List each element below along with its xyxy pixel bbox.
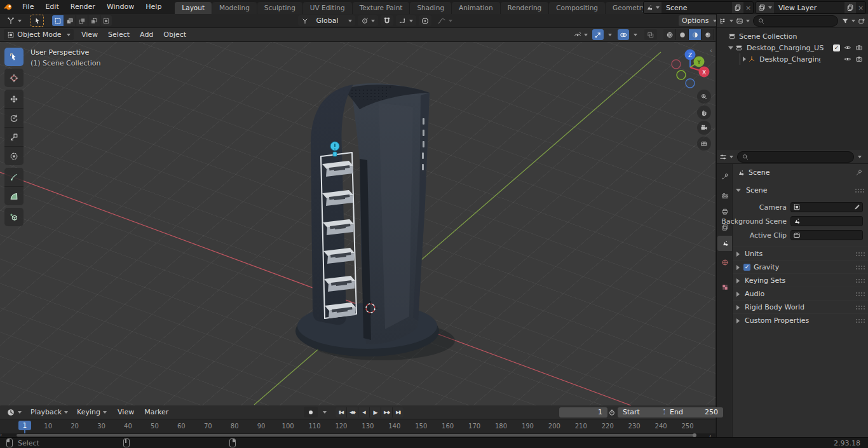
- auto-keying-record-button[interactable]: [304, 407, 318, 417]
- mode-dropdown[interactable]: Object Mode: [4, 29, 74, 40]
- proportional-falloff-dropdown[interactable]: [434, 15, 456, 26]
- prev-keyframe-button[interactable]: ◀◆: [347, 407, 358, 417]
- panel-drag-handle[interactable]: [855, 188, 864, 193]
- tool-move[interactable]: [4, 90, 24, 109]
- select-mode-subtract[interactable]: [76, 15, 88, 26]
- view-layer-selector[interactable]: View Layer ×: [756, 1, 866, 14]
- view-layer-remove-button[interactable]: ×: [856, 4, 865, 12]
- zoom-button[interactable]: [697, 90, 711, 104]
- collapse-arrow-icon[interactable]: [728, 46, 733, 50]
- gizmo-axis-neg-y[interactable]: [677, 71, 686, 79]
- keying-menu[interactable]: Keying: [74, 407, 110, 417]
- menu-window[interactable]: Window: [101, 0, 140, 14]
- proportional-editing-toggle[interactable]: [419, 15, 431, 26]
- region-collapse-arrow[interactable]: ‹: [710, 47, 712, 54]
- show-gizmo-toggle[interactable]: [592, 29, 604, 40]
- gizmo-axis-neg-z[interactable]: [686, 79, 695, 88]
- tab-scene-icon[interactable]: [717, 236, 732, 251]
- camera-field[interactable]: [790, 202, 863, 212]
- keying-popover[interactable]: [323, 411, 327, 414]
- tool-select-box[interactable]: [4, 48, 24, 66]
- tool-transform[interactable]: [4, 147, 24, 165]
- timeline-view-menu[interactable]: View: [112, 405, 139, 419]
- tab-texture-paint[interactable]: Texture Paint: [353, 2, 410, 14]
- pivot-point-dropdown[interactable]: [358, 15, 378, 26]
- scene-name[interactable]: Scene: [661, 4, 732, 12]
- preview-range-stopwatch-button[interactable]: [605, 407, 619, 417]
- shading-solid-button[interactable]: [676, 29, 689, 40]
- select-mode-extend[interactable]: [64, 15, 76, 26]
- menu-object[interactable]: Object: [158, 28, 191, 42]
- usb-hub-object[interactable]: [295, 83, 455, 360]
- properties-editor-selector[interactable]: [719, 153, 733, 161]
- prev-frame-button[interactable]: ◀: [358, 407, 370, 417]
- select-mode-intersect[interactable]: [100, 15, 112, 26]
- navigation-gizmo[interactable]: Z Y X: [661, 42, 715, 97]
- editor-type-selector[interactable]: [3, 15, 25, 26]
- menu-add[interactable]: Add: [135, 28, 158, 42]
- tab-texture-icon[interactable]: [717, 280, 732, 295]
- panel-units[interactable]: Units: [733, 247, 868, 261]
- tool-scale[interactable]: [4, 128, 24, 147]
- panel-keying-sets[interactable]: Keying Sets: [733, 273, 868, 287]
- view-layer-copy-button[interactable]: [844, 2, 856, 13]
- options-dropdown[interactable]: Options: [679, 15, 720, 26]
- menu-help[interactable]: Help: [140, 0, 167, 14]
- overlays-dropdown[interactable]: [630, 29, 639, 40]
- xray-toggle[interactable]: [644, 29, 657, 40]
- menu-select[interactable]: Select: [103, 28, 135, 42]
- tool-measure[interactable]: [4, 187, 24, 205]
- outliner-display-mode-selector[interactable]: [736, 17, 750, 25]
- outliner-row-collection[interactable]: Desktop_Charging_USB_Hub_ ✓: [717, 42, 868, 53]
- active-tool-indicator[interactable]: [31, 15, 44, 27]
- blender-logo-icon[interactable]: [0, 3, 17, 11]
- tool-cursor[interactable]: [4, 69, 24, 87]
- gizmo-axis-neg-x[interactable]: [672, 60, 681, 69]
- background-scene-field[interactable]: [790, 216, 863, 226]
- shading-wireframe-button[interactable]: [663, 29, 676, 40]
- timeline-ruler[interactable]: 1020304050607080901001101201301401501601…: [0, 419, 715, 433]
- gizmo-dropdown[interactable]: [604, 29, 613, 40]
- tab-modeling[interactable]: Modeling: [212, 2, 257, 14]
- panel-audio[interactable]: Audio: [733, 287, 868, 301]
- tab-rendering[interactable]: Rendering: [501, 2, 549, 14]
- timeline-editor-selector[interactable]: [3, 407, 25, 417]
- tab-render-icon[interactable]: [717, 188, 732, 203]
- transform-orientation-dropdown[interactable]: Global: [298, 15, 355, 26]
- tool-rotate[interactable]: [4, 109, 24, 128]
- tool-annotate[interactable]: [4, 168, 24, 187]
- snap-settings-dropdown[interactable]: [396, 15, 416, 26]
- disable-render-camera-icon[interactable]: [855, 55, 863, 63]
- pin-icon[interactable]: [855, 169, 863, 177]
- new-collection-button[interactable]: [858, 17, 865, 25]
- properties-options-dropdown[interactable]: [858, 156, 862, 158]
- eyedropper-icon[interactable]: [853, 203, 860, 211]
- outliner-filter-dropdown[interactable]: [841, 17, 855, 25]
- panel-rigid-body-world[interactable]: Rigid Body World: [733, 300, 868, 314]
- current-frame-field[interactable]: 1: [559, 407, 607, 417]
- view-layer-name[interactable]: View Layer: [774, 4, 844, 12]
- tab-world-icon[interactable]: [717, 255, 732, 270]
- tab-sculpting[interactable]: Sculpting: [257, 2, 302, 14]
- outliner-editor-selector[interactable]: [719, 17, 733, 25]
- jump-to-end-button[interactable]: ▶▮: [393, 407, 403, 417]
- panel-gravity[interactable]: ✓ Gravity: [733, 260, 868, 274]
- pan-hand-button[interactable]: [697, 105, 711, 119]
- disable-render-camera-icon[interactable]: [855, 44, 863, 51]
- frame-end-field[interactable]: End250: [665, 407, 723, 417]
- jump-to-start-button[interactable]: ▮◀: [336, 407, 347, 417]
- hide-eye-icon[interactable]: [844, 44, 851, 51]
- scene-unlink-button[interactable]: ×: [743, 4, 753, 12]
- play-button[interactable]: ▶: [370, 407, 381, 417]
- hide-eye-icon[interactable]: [844, 55, 851, 63]
- select-mode-invert[interactable]: [88, 15, 100, 26]
- shading-rendered-button[interactable]: [702, 29, 714, 40]
- outliner-row-scene-collection[interactable]: Scene Collection: [717, 31, 868, 42]
- tool-add-cube[interactable]: [4, 208, 24, 226]
- camera-view-button[interactable]: [697, 121, 711, 135]
- outliner-search-input[interactable]: [753, 15, 838, 27]
- menu-file[interactable]: File: [17, 0, 39, 14]
- tab-compositing[interactable]: Compositing: [549, 2, 605, 14]
- collection-checkbox[interactable]: ✓: [833, 44, 840, 51]
- panel-custom-properties[interactable]: Custom Properties: [733, 313, 868, 327]
